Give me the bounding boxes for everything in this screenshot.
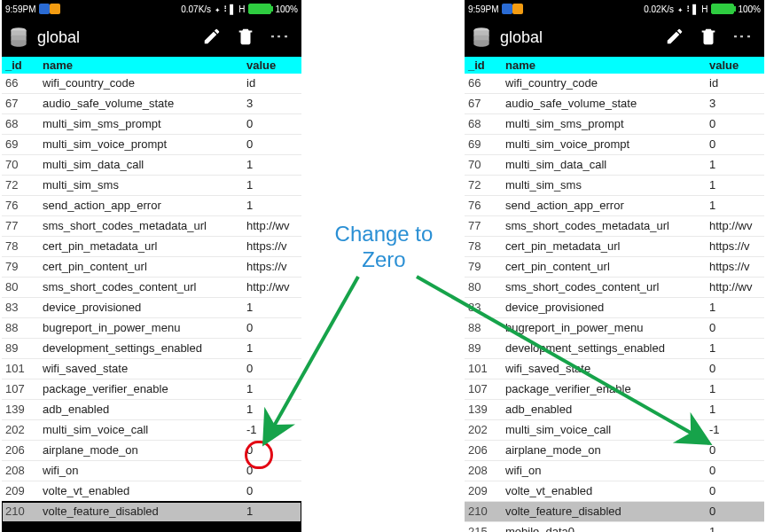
edit-button[interactable] bbox=[658, 27, 692, 49]
table-row[interactable]: 79cert_pin_content_urlhttps://v bbox=[2, 257, 301, 278]
toolbar: global ⋮ bbox=[2, 18, 301, 57]
database-icon bbox=[470, 26, 493, 49]
table-row[interactable]: 139adb_enabled1 bbox=[2, 400, 301, 420]
cell-name: send_action_app_error bbox=[502, 196, 706, 215]
table-row[interactable]: 78cert_pin_metadata_urlhttps://v bbox=[2, 237, 301, 257]
cell-value: 1 bbox=[243, 176, 301, 195]
table-row[interactable]: 67audio_safe_volume_state3 bbox=[2, 94, 301, 114]
table-row[interactable]: 66wifi_country_codeid bbox=[2, 74, 301, 94]
cell-name: multi_sim_data_call bbox=[39, 155, 243, 175]
table-row[interactable]: 72multi_sim_sms1 bbox=[2, 176, 301, 196]
table-row[interactable]: 209volte_vt_enabled0 bbox=[2, 481, 301, 502]
cell-value: 0 bbox=[243, 359, 301, 379]
table-row[interactable]: 208wifi_on0 bbox=[2, 461, 301, 481]
table-row[interactable]: 206airplane_mode_on0 bbox=[2, 441, 301, 461]
cell-name: wifi_on bbox=[39, 461, 243, 481]
overflow-menu-button[interactable]: ⋮ bbox=[725, 27, 759, 49]
delete-button[interactable] bbox=[692, 27, 725, 49]
table-row[interactable]: 77sms_short_codes_metadata_urlhttp://wv bbox=[2, 216, 301, 237]
cell-value: 1 bbox=[706, 176, 764, 195]
table-row[interactable]: 107package_verifier_enable1 bbox=[2, 379, 301, 400]
table-row[interactable]: 208wifi_on0 bbox=[465, 461, 764, 481]
cell-id: 88 bbox=[2, 318, 39, 338]
cell-id: 66 bbox=[465, 74, 502, 93]
table-row[interactable]: 83device_provisioned1 bbox=[465, 298, 764, 318]
table-body: 66wifi_country_codeid67audio_safe_volume… bbox=[2, 74, 301, 532]
table-row[interactable]: 68multi_sim_sms_prompt0 bbox=[465, 114, 764, 135]
delete-button[interactable] bbox=[229, 27, 262, 49]
table-row[interactable]: 76send_action_app_error1 bbox=[2, 196, 301, 216]
annotation-line2: Zero bbox=[309, 247, 459, 273]
table-row[interactable]: 66wifi_country_codeid bbox=[465, 74, 764, 94]
cell-value: 1 bbox=[243, 298, 301, 317]
table-row[interactable]: 139adb_enabled1 bbox=[465, 400, 764, 420]
table-row[interactable]: 79cert_pin_content_urlhttps://v bbox=[465, 257, 764, 278]
table-row[interactable]: 215mobile_data01 bbox=[2, 522, 301, 532]
table-row[interactable]: 202multi_sim_voice_call-1 bbox=[2, 420, 301, 441]
status-net-speed: 0.02K/s bbox=[644, 4, 674, 14]
table-row[interactable]: 89development_settings_enabled1 bbox=[465, 339, 764, 359]
cell-name: audio_safe_volume_state bbox=[502, 94, 706, 113]
cell-id: 77 bbox=[465, 216, 502, 236]
table-row[interactable]: 67audio_safe_volume_state3 bbox=[465, 94, 764, 114]
cell-value: http://wv bbox=[706, 216, 764, 236]
cell-value: 0 bbox=[706, 461, 764, 481]
cell-value: https://v bbox=[243, 237, 301, 256]
table-row[interactable]: 83device_provisioned1 bbox=[2, 298, 301, 318]
table-row[interactable]: 80sms_short_codes_content_urlhttp://wv bbox=[2, 278, 301, 298]
cell-value: 0 bbox=[243, 441, 301, 460]
page-title: global bbox=[500, 28, 658, 47]
table-row[interactable]: 101wifi_saved_state0 bbox=[2, 359, 301, 379]
table-row[interactable]: 210volte_feature_disabled1 bbox=[2, 502, 301, 522]
notif-icon bbox=[502, 4, 512, 14]
table-row[interactable]: 78cert_pin_metadata_urlhttps://v bbox=[465, 237, 764, 257]
cell-id: 68 bbox=[2, 114, 39, 134]
cell-id: 67 bbox=[465, 94, 502, 113]
table-row[interactable]: 69multi_sim_voice_prompt0 bbox=[2, 135, 301, 155]
cell-name: cert_pin_content_url bbox=[39, 257, 243, 277]
table-row[interactable]: 77sms_short_codes_metadata_urlhttp://wv bbox=[465, 216, 764, 237]
status-battery: 100% bbox=[738, 4, 761, 14]
edit-button[interactable] bbox=[195, 27, 229, 49]
cell-id: 78 bbox=[2, 237, 39, 256]
cell-value: http://wv bbox=[243, 216, 301, 236]
table-row[interactable]: 70multi_sim_data_call1 bbox=[465, 155, 764, 176]
table-row[interactable]: 88bugreport_in_power_menu0 bbox=[465, 318, 764, 339]
cell-name: wifi_on bbox=[502, 461, 706, 481]
col-name: name bbox=[39, 57, 243, 74]
table-row[interactable]: 202multi_sim_voice_call-1 bbox=[465, 420, 764, 441]
table-row[interactable]: 88bugreport_in_power_menu0 bbox=[2, 318, 301, 339]
table-row[interactable]: 68multi_sim_sms_prompt0 bbox=[2, 114, 301, 135]
cell-id: 80 bbox=[465, 278, 502, 297]
cell-id: 209 bbox=[465, 481, 502, 501]
cell-name: package_verifier_enable bbox=[39, 379, 243, 399]
cell-id: 215 bbox=[2, 522, 39, 532]
cell-name: sms_short_codes_metadata_url bbox=[39, 216, 243, 236]
cell-value: 0 bbox=[706, 135, 764, 154]
table-row[interactable]: 206airplane_mode_on0 bbox=[465, 441, 764, 461]
cell-name: multi_sim_voice_prompt bbox=[39, 135, 243, 154]
table-row[interactable]: 101wifi_saved_state0 bbox=[465, 359, 764, 379]
col-id: _id bbox=[2, 57, 39, 74]
cell-value: https://v bbox=[706, 257, 764, 277]
table-row[interactable]: 69multi_sim_voice_prompt0 bbox=[465, 135, 764, 155]
table-row[interactable]: 209volte_vt_enabled0 bbox=[465, 481, 764, 502]
table-row[interactable]: 72multi_sim_sms1 bbox=[465, 176, 764, 196]
cell-name: device_provisioned bbox=[39, 298, 243, 317]
table-row[interactable]: 215mobile_data01 bbox=[465, 522, 764, 532]
cell-name: sms_short_codes_content_url bbox=[39, 278, 243, 297]
cell-id: 202 bbox=[465, 420, 502, 440]
cell-id: 101 bbox=[2, 359, 39, 379]
table-row[interactable]: 80sms_short_codes_content_urlhttp://wv bbox=[465, 278, 764, 298]
more-vert-icon: ⋮ bbox=[732, 27, 752, 46]
table-row[interactable]: 70multi_sim_data_call1 bbox=[2, 155, 301, 176]
cell-value: 0 bbox=[706, 114, 764, 134]
table-row[interactable]: 76send_action_app_error1 bbox=[465, 196, 764, 216]
table-row[interactable]: 89development_settings_enabled1 bbox=[2, 339, 301, 359]
cell-id: 72 bbox=[465, 176, 502, 195]
cell-id: 101 bbox=[465, 359, 502, 379]
table-row[interactable]: 210volte_feature_disabled0 bbox=[465, 502, 764, 522]
table-row[interactable]: 107package_verifier_enable1 bbox=[465, 379, 764, 400]
overflow-menu-button[interactable]: ⋮ bbox=[262, 27, 296, 49]
cell-name: sms_short_codes_metadata_url bbox=[502, 216, 706, 236]
